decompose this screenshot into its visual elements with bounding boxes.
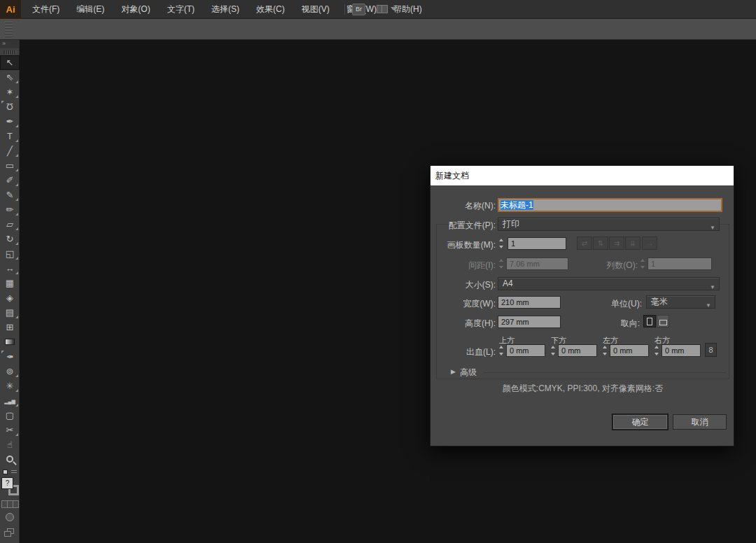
width-tool[interactable]: ↔ (0, 261, 20, 276)
menu-select[interactable]: 选择(S) (203, 0, 248, 19)
bleed-top-stepper[interactable] (498, 344, 505, 357)
height-input[interactable]: 297 mm (498, 316, 561, 328)
lasso-tool[interactable]: Ω (0, 99, 20, 114)
artboards-label: 画板数量(M): (433, 239, 496, 251)
pencil-tool[interactable]: ✎ (0, 188, 20, 202)
fill-color-swatch[interactable]: ? (1, 477, 13, 489)
symbol-sprayer-tool[interactable]: ✳ (0, 379, 20, 393)
bleed-left-stepper[interactable] (601, 344, 609, 357)
column-graph-tool[interactable]: ▂▄▆ (0, 393, 20, 408)
size-dropdown[interactable]: A4 (498, 277, 720, 290)
portrait-page-icon (647, 318, 652, 325)
perspective-grid-tool[interactable]: ▤ (0, 305, 20, 320)
width-input[interactable]: 210 mm (498, 296, 561, 309)
landscape-page-icon (659, 320, 667, 325)
eyedropper-tool[interactable]: ✒ (0, 349, 20, 364)
name-label: 名称(N): (433, 200, 496, 212)
dialog-title: 新建文档 (430, 166, 734, 185)
chevron-down-icon (391, 7, 396, 10)
menu-file[interactable]: 文件(F) (24, 0, 68, 19)
grid-by-row-button[interactable]: ⇄ (577, 237, 592, 250)
arrange-by-column-button[interactable]: ⇊ (625, 237, 640, 250)
profile-dropdown[interactable]: 打印 (498, 218, 720, 231)
direct-selection-tool[interactable]: ⇖ (0, 70, 20, 85)
zoom-tool[interactable] (0, 452, 20, 467)
gradient-tool[interactable] (0, 334, 20, 349)
chain-link-icon: 8 (708, 346, 713, 354)
document-summary-text: 颜色模式:CMYK, PPI:300, 对齐像素网格:否 (469, 383, 696, 395)
go-to-bridge-button[interactable]: Br (352, 3, 365, 15)
ok-button[interactable]: 确定 (612, 414, 668, 430)
hand-tool[interactable]: ☝ (0, 437, 20, 452)
rotate-tool[interactable]: ↻ (0, 232, 20, 246)
grid-by-column-button[interactable]: ⇅ (593, 237, 608, 250)
units-dropdown[interactable]: 毫米 (646, 295, 715, 309)
toolbar-drag-grip[interactable] (4, 50, 16, 54)
spacing-stepper (498, 258, 505, 270)
type-tool[interactable]: T (0, 129, 20, 143)
mesh-tool[interactable]: ⊞ (0, 320, 20, 334)
scale-tool[interactable]: ◱ (0, 246, 20, 261)
collapse-toolbar-button[interactable]: » (0, 40, 19, 48)
bleed-right-stepper[interactable] (653, 344, 661, 357)
bleed-right-input[interactable]: 0 mm (662, 344, 701, 357)
size-label: 大小(S): (433, 279, 496, 291)
columns-label: 列数(O): (584, 260, 638, 272)
control-bar-grip (5, 36, 13, 37)
menu-type[interactable]: 文字(T) (159, 0, 203, 19)
arrange-by-row-button[interactable]: ⇉ (609, 237, 624, 250)
pen-tool[interactable]: ✒ (0, 114, 20, 129)
orientation-portrait-button[interactable] (643, 315, 656, 327)
magic-wand-tool[interactable]: ✶ (0, 85, 20, 99)
bleed-bottom-stepper[interactable] (550, 344, 557, 357)
bleed-top-input[interactable]: 0 mm (506, 344, 545, 357)
menu-edit[interactable]: 编辑(E) (68, 0, 113, 19)
default-fill-stroke-icon[interactable] (3, 470, 8, 474)
selection-tool[interactable]: ↖ (0, 55, 20, 70)
draw-behind-button[interactable] (8, 500, 13, 508)
panels-icon[interactable] (4, 528, 15, 538)
line-segment-tool[interactable]: ╱ (0, 143, 20, 158)
rectangle-tool[interactable]: ▭ (0, 158, 20, 173)
menu-effect[interactable]: 效果(C) (248, 0, 293, 19)
control-bar-grip (5, 33, 13, 34)
menu-view[interactable]: 视图(V) (293, 0, 338, 19)
artboard-tool[interactable]: ▢ (0, 408, 20, 423)
artboards-input[interactable]: 1 (507, 237, 566, 250)
swap-fill-stroke-icon[interactable] (11, 470, 18, 474)
link-bleed-values-button[interactable]: 8 (705, 343, 717, 357)
slice-tool[interactable]: ✂ (0, 423, 20, 437)
screen-mode-button[interactable] (6, 513, 14, 521)
change-direction-button[interactable]: → (642, 237, 657, 250)
profile-label: 配置文件(P): (433, 220, 496, 232)
blob-brush-tool[interactable]: ✏ (0, 202, 20, 217)
workspace-layout-icon (377, 5, 388, 13)
paintbrush-tool[interactable]: ✐ (0, 173, 20, 188)
bleed-left-input[interactable]: 0 mm (610, 344, 649, 357)
free-transform-tool[interactable]: ▦ (0, 276, 20, 290)
menu-list: 文件(F) 编辑(E) 对象(O) 文字(T) 选择(S) 效果(C) 视图(V… (24, 0, 430, 19)
workspace-switcher[interactable] (377, 5, 398, 14)
menu-object[interactable]: 对象(O) (113, 0, 158, 19)
cancel-button[interactable]: 取消 (673, 414, 727, 430)
control-bar-grip (5, 30, 13, 31)
orientation-landscape-button[interactable] (657, 315, 669, 327)
artboards-stepper[interactable] (498, 237, 505, 250)
units-label: 单位(U): (598, 298, 642, 310)
advanced-divider (484, 372, 726, 373)
application-window: Ai 文件(F) 编辑(E) 对象(O) 文字(T) 选择(S) 效果(C) 视… (0, 0, 756, 543)
control-bar-grip (5, 24, 13, 26)
bleed-label: 出血(L): (433, 346, 496, 358)
blend-tool[interactable]: ⊚ (0, 364, 20, 379)
orientation-label: 取向: (598, 318, 640, 330)
advanced-expander[interactable]: 高级 (460, 367, 477, 379)
drawing-mode-switch (1, 500, 19, 508)
draw-inside-button[interactable] (13, 500, 19, 508)
columns-input: 1 (648, 258, 712, 270)
draw-normal-button[interactable] (1, 500, 8, 508)
eraser-tool[interactable]: ▱ (0, 217, 20, 232)
shape-builder-tool[interactable]: ◈ (0, 290, 20, 305)
spacing-input: 7.06 mm (506, 258, 568, 270)
bleed-bottom-input[interactable]: 0 mm (558, 344, 597, 357)
name-input[interactable]: 未标题-1 (498, 198, 722, 212)
